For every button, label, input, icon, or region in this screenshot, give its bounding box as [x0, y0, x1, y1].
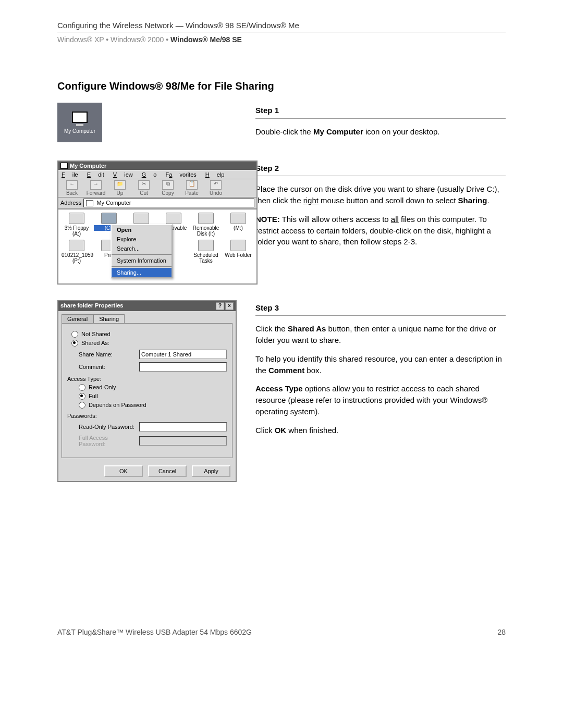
ctx-sysinfo[interactable]: System Information [112, 256, 172, 265]
up-button[interactable]: 📁Up [108, 180, 131, 196]
window-icon [60, 163, 68, 169]
web-folder-icon [230, 240, 246, 251]
drive-label: (M:) [223, 225, 253, 231]
address-field[interactable]: My Computer [83, 199, 254, 207]
drive-label: Scheduled Tasks [191, 252, 221, 264]
comment-label: Comment: [79, 364, 136, 370]
network-drive-icon [69, 240, 84, 251]
step3-p1: Click the Shared As button, then enter a… [255, 323, 506, 346]
help-button[interactable]: ? [216, 302, 224, 310]
ro-password-row: Read-Only Password: [79, 422, 227, 431]
crumb-sep: • [166, 35, 170, 44]
ok-button[interactable]: OK [104, 465, 143, 477]
back-arrow-icon: ← [66, 180, 78, 190]
ctx-explore[interactable]: Explore [112, 235, 172, 244]
network-drive-icon [230, 213, 246, 224]
text: icon on your desktop. [363, 127, 440, 136]
divider [255, 315, 506, 316]
copy-button[interactable]: ⧉Copy [156, 180, 179, 196]
tab-general[interactable]: General [62, 314, 93, 323]
text: box. [304, 366, 322, 375]
comment-row: Comment: [79, 362, 227, 372]
radio-not-shared[interactable]: Not Shared [71, 331, 227, 338]
menu-file[interactable]: File [62, 171, 78, 178]
address-value: My Computer [96, 200, 131, 206]
radio-icon [79, 402, 85, 409]
cut-button[interactable]: ✂Cut [132, 180, 155, 196]
text: Double-click the [255, 127, 313, 136]
ctx-search[interactable]: Search... [112, 244, 172, 253]
drive-p[interactable]: 010212_1059 (P:) [62, 240, 92, 264]
web-folders[interactable]: Web Folder [223, 240, 253, 264]
tab-body: Not Shared Shared As: Share Name: Commen… [62, 323, 232, 458]
menu-view[interactable]: View [113, 171, 133, 178]
drive-removable-i[interactable]: Removable Disk (I:) [191, 213, 221, 237]
menu-go[interactable]: Go [142, 171, 157, 178]
text-bold: Shared As [288, 324, 326, 333]
ro-password-input[interactable] [139, 422, 227, 431]
share-name-input[interactable] [139, 350, 227, 359]
crumb-me98[interactable]: Windows® Me/98 SE [170, 35, 242, 44]
drive-label: Web Folder [223, 252, 253, 258]
text: This will allow others access to [280, 215, 391, 224]
radio-full[interactable]: Full [79, 393, 227, 400]
section-title: Configure Windows® 98/Me for File Sharin… [57, 80, 506, 92]
drive-floppy-a[interactable]: 3½ Floppy (A:) [62, 213, 92, 237]
text-bold: OK [275, 426, 287, 435]
step3-p2: To help you identify this shared resourc… [255, 353, 506, 376]
close-button[interactable]: × [225, 302, 234, 310]
text-bold: Access Type [255, 384, 303, 393]
step2-note: NOTE: This will allow others access to a… [255, 214, 506, 248]
text-bold: Comment [268, 366, 304, 375]
menu-favorites[interactable]: Favorites [166, 171, 197, 178]
ctx-open[interactable]: Open [112, 225, 172, 235]
undo-button[interactable]: ↶Undo [204, 180, 227, 196]
radio-label: Depends on Password [89, 402, 146, 408]
dialog-titlebar: share folder Properties ? × [58, 301, 236, 311]
text: mouse button and scroll down to select [319, 196, 458, 205]
crumb-sep: • [106, 35, 111, 44]
up-folder-icon: 📁 [114, 180, 126, 190]
dialog-buttons: OK Cancel Apply [58, 461, 236, 481]
share-name-label: Share Name: [79, 351, 136, 357]
menu-edit[interactable]: Edit [87, 171, 104, 178]
step2-title: Step 2 [255, 163, 506, 174]
tab-sharing[interactable]: Sharing [93, 314, 125, 323]
radio-read-only[interactable]: Read-Only [79, 384, 227, 391]
footer: AT&T Plug&Share™ Wireless USB Adapter 54… [57, 628, 506, 636]
radio-icon [79, 384, 85, 391]
radio-depends[interactable]: Depends on Password [79, 402, 227, 409]
apply-button[interactable]: Apply [192, 465, 230, 477]
comment-input[interactable] [139, 362, 227, 372]
text: when finished. [286, 426, 338, 435]
label: Cut [140, 190, 148, 196]
label: Up [117, 190, 124, 196]
divider [255, 118, 506, 119]
paste-button[interactable]: 📋Paste [180, 180, 203, 196]
label: Forward [87, 190, 106, 196]
radio-label: Not Shared [81, 331, 111, 337]
radio-icon [71, 331, 78, 338]
undo-icon: ↶ [210, 180, 222, 190]
text-underline: right [303, 196, 319, 205]
step3-title: Step 3 [255, 302, 506, 314]
drive-m[interactable]: (M:) [223, 213, 253, 237]
crumb-xp[interactable]: Windows® XP [57, 35, 104, 44]
cancel-button[interactable]: Cancel [148, 465, 187, 477]
monitor-icon [72, 112, 88, 123]
radio-shared-as[interactable]: Shared As: [71, 340, 227, 347]
fa-password-row: Full Access Password: [79, 435, 227, 447]
back-button[interactable]: ←Back [60, 180, 83, 196]
radio-icon [79, 393, 85, 400]
note-label: NOTE: [255, 215, 280, 224]
crumb-2000[interactable]: Windows® 2000 [111, 35, 164, 44]
menu-help[interactable]: Help [205, 171, 225, 178]
my-computer-desktop-icon[interactable]: My Computer [57, 103, 102, 142]
ctx-sharing[interactable]: Sharing... [112, 268, 172, 277]
scheduled-tasks[interactable]: Scheduled Tasks [191, 240, 221, 264]
titlebar: My Computer [58, 162, 256, 170]
menubar: File Edit View Go Favorites Help [58, 170, 256, 179]
forward-button[interactable]: →Forward [84, 180, 107, 196]
address-bar: Address My Computer [58, 198, 256, 209]
computer-icon [86, 200, 93, 206]
